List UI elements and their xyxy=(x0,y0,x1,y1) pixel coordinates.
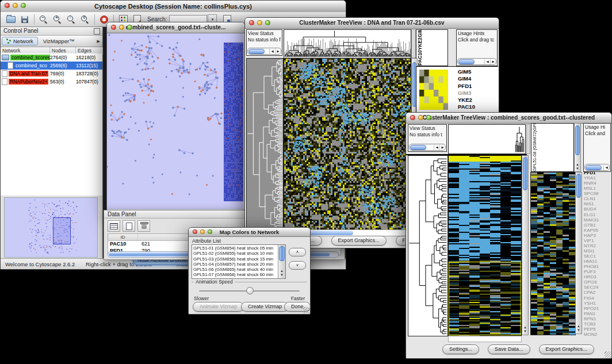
column-dendrogram[interactable] xyxy=(514,125,525,153)
gene-label[interactable]: PUF3 xyxy=(584,269,610,274)
zoom-fit-button[interactable]: ◊ xyxy=(78,13,92,26)
scrollbar-thumb[interactable] xyxy=(279,246,285,261)
treeview2-titlebar[interactable]: ClusterMaker TreeView : combined_scores_… xyxy=(406,113,611,124)
gene-label[interactable]: ELG1 xyxy=(584,212,610,217)
id-column-header[interactable]: ID xyxy=(108,234,138,240)
gene-label[interactable]: PEP5 xyxy=(584,327,610,332)
gene-label[interactable]: GTB1 xyxy=(584,223,610,228)
gene-label[interactable]: CLN1 xyxy=(584,196,610,201)
global-heatmap[interactable] xyxy=(284,58,411,230)
main-titlebar[interactable]: Cytoscape Desktop (Session Name: collins… xyxy=(1,1,346,13)
gene-label[interactable]: KAP95 xyxy=(584,228,610,233)
gene-label[interactable]: FIG4 xyxy=(584,296,610,301)
gene-label[interactable]: MAK31 xyxy=(584,217,610,223)
scroll-left-arrow[interactable]: ◀ xyxy=(603,165,609,170)
zoom-button[interactable] xyxy=(21,3,26,8)
minimize-button[interactable] xyxy=(200,229,205,234)
close-button[interactable] xyxy=(249,20,254,25)
zoom-heatmap-matrix[interactable] xyxy=(419,70,448,110)
gene-label[interactable]: CPA2 xyxy=(584,290,610,295)
network-list-row[interactable]: combined_scores 2764(0) 16218(0) xyxy=(1,53,102,62)
scroll-up-arrow[interactable]: ▲ xyxy=(278,269,285,273)
gene-label[interactable]: BUD4 xyxy=(584,206,610,212)
scroll-up-arrow[interactable]: ▲ xyxy=(522,325,528,329)
scroll-up-arrow[interactable]: ▲ xyxy=(576,324,582,328)
heatmap-horizontal-scrollbar[interactable] xyxy=(448,336,522,342)
scrollbar-thumb[interactable] xyxy=(576,174,581,198)
gene-label[interactable]: GIM4 xyxy=(458,75,475,82)
resize-grip[interactable] xyxy=(605,351,611,358)
gene-label[interactable]: SPC98 xyxy=(584,191,610,196)
attribute-list-item[interactable]: GPL51-06 (GSM865) heat shock 40 min xyxy=(192,267,278,272)
network-window-titlebar[interactable]: combined_scores_good.txt--cluste... xyxy=(107,22,244,33)
scrollbar-thumb[interactable] xyxy=(586,165,602,170)
animate-vizmap-button[interactable]: Animate Vizmap xyxy=(193,302,244,312)
scroll-right-arrow[interactable]: ▶ xyxy=(275,49,281,54)
view-status-scrollbar[interactable]: ◀ ▶ xyxy=(409,144,446,151)
scroll-right-arrow[interactable]: ▶ xyxy=(439,145,445,150)
attribute-list-item[interactable]: GPL51-01 (GSM854) heat shock 05 min xyxy=(192,246,278,251)
gene-label[interactable]: VIP1 xyxy=(584,238,610,243)
zoom-vertical-scrollbar[interactable]: ▲ ▼ xyxy=(575,172,582,334)
new-attribute-button[interactable] xyxy=(123,220,135,232)
attribute-list-item[interactable]: GPL51-03 (GSM856) heat shock 15 min xyxy=(192,256,278,262)
save-session-button[interactable] xyxy=(18,13,32,26)
select-attributes-button[interactable] xyxy=(108,220,120,232)
gene-label[interactable]: HAP3 xyxy=(584,233,610,238)
network-list-row[interactable]: RNAPuberNov2+ 563(0) 107847(0) xyxy=(1,78,102,86)
gene-label[interactable]: GPI16 xyxy=(584,279,610,285)
treeview-action-button[interactable]: Settings... xyxy=(442,344,479,354)
gene-label[interactable]: PAC10 xyxy=(458,104,475,110)
gene-label[interactable]: GIM3 xyxy=(458,90,475,97)
network-overview[interactable] xyxy=(4,197,98,258)
gene-label[interactable]: SEC24 xyxy=(584,285,610,290)
network-list-row[interactable]: combined_sco 2569(6) 13112(15) xyxy=(1,62,102,70)
scroll-left-arrow[interactable]: ◀ xyxy=(269,49,275,54)
gene-label[interactable]: SEC1 xyxy=(584,254,610,259)
open-session-button[interactable] xyxy=(4,13,18,26)
scroll-down-arrow[interactable]: ▼ xyxy=(575,167,580,171)
gene-label[interactable]: RPN1 xyxy=(584,316,610,321)
gene-label[interactable]: MSL1 xyxy=(584,186,610,191)
label-scroll-strip[interactable] xyxy=(526,124,530,154)
minimize-button[interactable] xyxy=(13,3,18,8)
usage-hints-scrollbar[interactable]: ◀ ▶ xyxy=(457,58,496,65)
scroll-down-arrow[interactable]: ▼ xyxy=(522,329,528,334)
close-button[interactable] xyxy=(5,3,10,8)
gene-label[interactable]: YSH1 xyxy=(584,301,610,306)
animation-speed-slider[interactable] xyxy=(199,287,300,295)
control-panel-tab[interactable]: VizMapper™ xyxy=(39,37,79,45)
close-button[interactable] xyxy=(193,229,197,234)
dialog-titlebar[interactable]: Map Colors to Network xyxy=(189,228,310,237)
treeview-action-button[interactable]: Export Graphics... xyxy=(539,344,594,354)
gene-label[interactable]: PHO81 xyxy=(584,264,610,269)
gene-label[interactable]: YRA1 xyxy=(584,175,610,181)
gene-label[interactable]: HMG1 xyxy=(584,259,610,264)
view-status-scrollbar[interactable]: ◀ ▶ xyxy=(247,48,281,55)
treeview-action-button[interactable]: Save Data... xyxy=(488,344,530,354)
gene-dendrogram[interactable] xyxy=(246,58,284,230)
control-panel-tab[interactable]: Network xyxy=(2,37,38,45)
move-down-button[interactable]: ∨ xyxy=(289,261,306,270)
network-overview-canvas[interactable] xyxy=(5,198,97,255)
treeview-action-button[interactable]: Export Graphics... xyxy=(331,236,387,246)
gene-label[interactable]: RPO21 xyxy=(584,306,610,311)
gene-label[interactable]: GIM5 xyxy=(458,68,475,75)
zoom-button[interactable] xyxy=(265,20,270,25)
scroll-down-arrow[interactable]: ▼ xyxy=(278,273,285,277)
zoom-button[interactable] xyxy=(208,229,212,234)
labels-vertical-scrollbar[interactable]: ▲ ▼ xyxy=(574,123,581,172)
gene-label[interactable]: RNR4 xyxy=(584,181,610,186)
minimize-button[interactable] xyxy=(418,115,423,120)
gene-label[interactable]: TCB3 xyxy=(584,321,610,327)
zoom-in-button[interactable]: + xyxy=(51,13,64,26)
float-panel-icon[interactable] xyxy=(94,28,100,35)
global-heatmap[interactable] xyxy=(448,155,522,336)
attribute-list-item[interactable]: GPL51-04 (GSM857) heat shock 20 min xyxy=(192,262,278,267)
gene-label[interactable]: YKE2 xyxy=(458,97,475,104)
column-dendrogram-area[interactable] xyxy=(448,124,526,154)
column-dendrogram[interactable] xyxy=(284,29,411,59)
zoom-heatmap[interactable] xyxy=(530,172,576,335)
move-up-button[interactable]: ∧ xyxy=(289,248,306,256)
gene-label[interactable]: PAN1 xyxy=(584,311,610,316)
